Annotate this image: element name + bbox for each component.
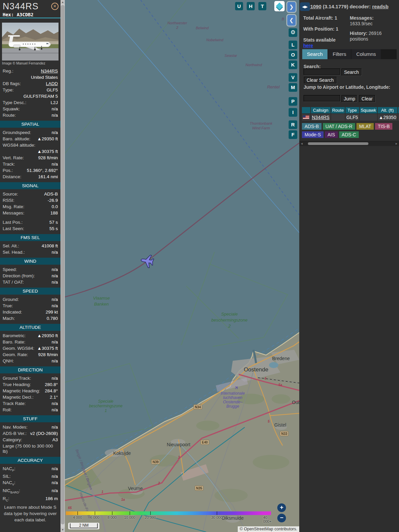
map-label-townbig: Oostende — [244, 366, 268, 373]
altitude-tick-label: 8 000 — [107, 515, 117, 519]
map-button-f[interactable]: F — [289, 130, 297, 139]
clear-button[interactable]: Clear — [359, 95, 375, 102]
openstreetmap-link[interactable]: OpenStreetMap — [244, 527, 273, 531]
tab-filters[interactable]: Filters — [328, 49, 351, 59]
jump-input[interactable] — [304, 95, 340, 101]
toggle-arrows-icon: ◀▶ — [302, 5, 308, 9]
panel-toggle-button[interactable]: ◀▶ — [300, 2, 310, 11]
legend-ais[interactable]: AIS — [325, 131, 338, 138]
field-value[interactable]: LADD — [46, 81, 58, 86]
aircraft-hex: Hex: A3CDB2 — [3, 12, 34, 17]
close-icon[interactable]: ✕ — [51, 3, 59, 10]
tab-columns[interactable]: Columns — [351, 49, 380, 59]
zoom-out-button[interactable]: − — [277, 514, 286, 522]
aircraft-photo[interactable] — [2, 23, 59, 61]
map[interactable]: Northwester2BelwindNobelwindSeastarNorth… — [65, 0, 299, 532]
map-button-r[interactable]: R — [289, 120, 297, 129]
data-row: Mach:0.780 — [0, 315, 61, 322]
scroll-down-icon[interactable]: ▼ — [61, 528, 65, 532]
map-button-u[interactable]: U — [235, 2, 243, 10]
tab-search[interactable]: Search — [302, 49, 328, 59]
field-label: QNH: — [3, 358, 14, 364]
column-header[interactable]: Callsign — [311, 107, 331, 113]
data-row: Vert. Rate:928 ft/min — [0, 155, 61, 161]
map-label-wind: Thorntonbank — [250, 121, 272, 125]
map-label-airport: Brugge — [226, 404, 239, 409]
column-header[interactable]: Alt. (ft) — [378, 107, 397, 113]
map-button-m[interactable]: M — [289, 83, 297, 92]
left-panel-scrollbar[interactable]: ▲ ▼ — [61, 0, 65, 532]
collapse-sidebar-button[interactable]: ❮ — [287, 15, 296, 26]
legend-ads-b[interactable]: ADS-B — [302, 123, 322, 130]
field-label: Baro. Rate: — [3, 339, 25, 345]
scrollbar-thumb[interactable] — [61, 5, 65, 524]
data-row: Messages:188 — [0, 210, 61, 216]
map-button-k[interactable]: K — [289, 61, 297, 69]
readsb-link[interactable]: readsb — [372, 4, 388, 9]
column-header[interactable]: Route — [331, 107, 345, 113]
field-label: NACV: — [3, 480, 15, 487]
field-label: Sel. Head.: — [3, 250, 25, 255]
section-header: SIGNAL — [0, 182, 61, 189]
horizontal-scrollbar[interactable]: ◄ ► — [299, 141, 399, 146]
hscrollbar-thumb[interactable] — [308, 142, 368, 145]
map-label-zone: Vlaamse — [93, 296, 110, 301]
flag-cell — [302, 114, 310, 121]
field-label: Type Desc.: — [3, 100, 26, 105]
search-button[interactable]: Search — [341, 68, 361, 75]
legend-ads-c[interactable]: ADS-C — [339, 131, 359, 138]
scroll-left-icon[interactable]: ◄ — [300, 142, 303, 145]
data-row: Speed:n/a — [0, 266, 61, 273]
scroll-up-icon[interactable]: ▲ — [61, 0, 65, 4]
clear-search-button[interactable]: Clear Search — [304, 77, 336, 83]
scroll-right-icon[interactable]: ► — [395, 142, 398, 145]
legend-mlat[interactable]: MLAT — [356, 123, 374, 130]
data-row: Type Desc.:L2J — [0, 99, 61, 106]
map-button-i[interactable]: I — [289, 108, 297, 117]
legend-tis-b[interactable]: TIS-B — [375, 123, 392, 130]
data-row: NACV:n/a — [0, 480, 61, 488]
field-value: 41008 ft — [42, 243, 58, 249]
field-label: NACP: — [3, 466, 15, 473]
map-button-t[interactable]: T — [258, 2, 266, 10]
chevron-right-icon: ❯ — [289, 4, 294, 10]
legend-uat-ads-r[interactable]: UAT / ADS-R — [323, 123, 355, 130]
search-input[interactable] — [304, 68, 340, 75]
jump-button[interactable]: Jump — [341, 95, 357, 102]
callsign-cell[interactable]: N344RS — [311, 114, 331, 121]
map-button-h[interactable]: H — [247, 2, 255, 10]
map-button-p[interactable]: P — [289, 97, 297, 106]
field-label-main: NAC — [3, 466, 12, 471]
field-value: n/a — [52, 407, 58, 413]
data-row: Ground Track:n/a — [0, 375, 61, 381]
table-row[interactable]: N344RSGLF5▲29350 — [302, 114, 399, 121]
map-label-airport: Oostende– — [223, 400, 243, 404]
map-label-badge: E40 — [200, 440, 209, 445]
column-header[interactable] — [302, 107, 310, 113]
expand-sidebar-button[interactable]: ❯ — [287, 2, 296, 12]
field-value: ▲29350 ft — [37, 136, 58, 142]
data-row: SIL:n/a — [0, 473, 61, 480]
data-row: Sel. Head.:n/a — [0, 249, 61, 255]
settings-button[interactable]: ⚙ — [289, 28, 297, 37]
field-label: Category: — [3, 437, 22, 443]
field-label: RSSI: — [3, 198, 14, 203]
data-row: ADS-B Ver.:v2 (DO-260B) — [0, 430, 61, 437]
field-label: Magnetic Decl.: — [3, 395, 34, 400]
stats-here-link[interactable]: here — [303, 43, 313, 48]
field-value[interactable]: N344RS — [41, 68, 58, 74]
column-header[interactable]: Squawk — [360, 107, 377, 113]
field-value: L2J — [51, 100, 58, 105]
field-value: United States — [31, 75, 58, 80]
legend-mode-s[interactable]: Mode-S — [302, 131, 324, 138]
map-button-o[interactable]: O — [289, 51, 297, 59]
layers-button[interactable] — [274, 1, 285, 11]
map-button-l[interactable]: L — [289, 41, 297, 49]
section-header: WIND — [0, 258, 61, 265]
column-header[interactable]: Type — [345, 107, 359, 113]
zoom-in-button[interactable]: + — [277, 503, 286, 512]
map-button-v[interactable]: V — [289, 73, 297, 82]
hex-value: A3CDB2 — [17, 12, 34, 17]
field-label: Last Pos.: — [3, 220, 23, 225]
field-value: n/a — [52, 339, 58, 345]
